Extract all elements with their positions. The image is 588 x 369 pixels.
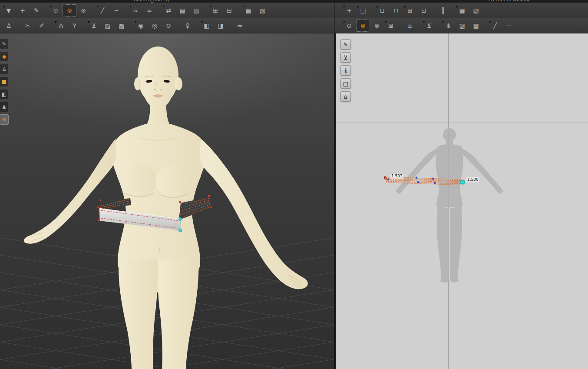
pin-rotate[interactable]: ⊛ <box>77 5 90 16</box>
view-mode-strip-2d: ✎⊻ℹ□⌂ <box>340 39 351 102</box>
world-grid[interactable]: ⊕ <box>0 115 8 124</box>
select-move[interactable]: + <box>16 5 29 16</box>
skeleton-2d[interactable]: ⋔ <box>442 20 455 31</box>
grid-2d[interactable]: ▦ <box>456 5 469 16</box>
fabric-cells[interactable]: ◆ <box>0 52 8 61</box>
pane-divider[interactable] <box>334 33 336 369</box>
grid-2d-alt[interactable]: ▧ <box>469 5 482 16</box>
edit-brush[interactable]: ✎ <box>30 5 43 16</box>
skeleton[interactable]: ⋔ <box>54 20 67 31</box>
dress-form[interactable]: ♀ <box>181 20 194 31</box>
edit-curvature-glyph: ~ <box>114 7 119 14</box>
folder[interactable]: ⊓ <box>390 5 403 16</box>
pin-box-2d-glyph: ⊠ <box>388 22 393 29</box>
pin-segment-2d[interactable]: ⊚ <box>357 20 370 31</box>
world-grid-glyph: ⊕ <box>2 116 6 123</box>
seam-dash[interactable]: ┄ <box>502 20 515 31</box>
fold-arrangement[interactable]: ⇄ <box>162 5 175 16</box>
render-style-glyph: ◧ <box>2 91 7 97</box>
skeleton-alt-glyph: Y <box>73 22 77 29</box>
pin-brush-glyph: ✐ <box>39 22 44 29</box>
history-brush[interactable]: ✎ <box>0 39 8 49</box>
transform-2d[interactable]: + <box>343 5 356 16</box>
grid-3d[interactable]: ▦ <box>242 5 255 16</box>
pin-rotate-2d-glyph: ⊛ <box>374 22 380 29</box>
button-lock[interactable]: ⊖ <box>162 20 175 31</box>
avatar-3d[interactable] <box>24 47 308 369</box>
bookmark[interactable]: ■ <box>0 77 8 86</box>
buttonhole[interactable]: ◎ <box>148 20 161 31</box>
grid-3d-alt[interactable]: ▧ <box>256 5 269 16</box>
segment-sewing[interactable]: ≈ <box>129 5 142 16</box>
pattern-outline-glyph: □ <box>343 80 348 87</box>
import-folder[interactable]: ⊔ <box>376 5 389 16</box>
tack-2d[interactable]: ⊻ <box>423 20 436 31</box>
grid-2d-glyph: ▦ <box>459 7 465 14</box>
toolbar-3d-row2: ♙✂✐⋔Y⊻▨▩◉◎⊖♀◧◨⇒ <box>0 18 334 33</box>
steam-iron[interactable]: ⌂ <box>403 20 416 31</box>
tack-2d-glyph: ⊻ <box>427 22 431 29</box>
pin-rotate-2d[interactable]: ⊛ <box>370 20 383 31</box>
fabric-b-glyph: ▩ <box>119 22 124 29</box>
avatar-tool[interactable]: ♙ <box>2 20 15 31</box>
viewport-3d[interactable]: ✎◆♙■◧♟⊕ <box>0 33 334 369</box>
fabric-a[interactable]: ▨ <box>101 20 114 31</box>
pin-segment-glyph: ⊚ <box>67 7 72 14</box>
fabric-b[interactable]: ▩ <box>115 20 128 31</box>
image-folder-glyph: ⊞ <box>407 7 413 14</box>
edit-2d[interactable]: □ <box>357 5 370 16</box>
edit-line[interactable]: ╱ <box>489 20 502 31</box>
wrap-a[interactable]: ▤ <box>176 5 189 16</box>
edit-curvature[interactable]: ~ <box>110 5 123 16</box>
pattern-info-glyph: ℹ <box>345 67 347 74</box>
stylus-pen[interactable]: ✎ <box>340 39 351 50</box>
pin[interactable]: ⊙ <box>49 5 62 16</box>
edit-seam[interactable]: ╱ <box>96 5 109 16</box>
2d-window-title: 2D Pattern Window <box>488 0 530 2</box>
pin-brush[interactable]: ✐ <box>35 20 48 31</box>
image-folder[interactable]: ⊞ <box>403 5 416 16</box>
fabric-2d-a[interactable]: ▨ <box>456 20 469 31</box>
pin-segment[interactable]: ⊚ <box>63 5 76 16</box>
layer-down[interactable]: ⊟ <box>223 5 236 16</box>
free-sewing[interactable]: ≃ <box>143 5 156 16</box>
pin-2d[interactable]: ⊙ <box>343 20 356 31</box>
flatten-left-glyph: ◧ <box>204 22 209 29</box>
edit-brush-glyph: ✎ <box>34 7 39 14</box>
pattern-info[interactable]: ℹ <box>340 65 351 76</box>
flatten-right[interactable]: ◨ <box>214 20 227 31</box>
home-view[interactable]: ⌂ <box>340 91 351 102</box>
avatar-show-glyph: ♙ <box>2 66 7 72</box>
flatten-left[interactable]: ◧ <box>200 20 213 31</box>
render-style[interactable]: ◧ <box>0 90 8 99</box>
viewport-2d[interactable]: 1.503 1.500 ✎⊻ℹ□⌂ <box>336 33 588 369</box>
flatten-right-glyph: ◨ <box>218 22 223 29</box>
avatar-show[interactable]: ♙ <box>0 64 8 74</box>
fabric-2d-b[interactable]: ▩ <box>469 20 482 31</box>
dress-form-glyph: ♀ <box>185 22 190 29</box>
edit-seam-glyph: ╱ <box>101 7 104 14</box>
grid-2d-alt-glyph: ▧ <box>473 7 479 14</box>
merge-arrow[interactable]: ⇒ <box>233 20 246 31</box>
show-garment-toggle[interactable]: ⊻ <box>340 52 351 63</box>
tack-garment[interactable]: ⊻ <box>87 20 100 31</box>
segment-sewing-glyph: ≈ <box>133 7 138 14</box>
layer-down-glyph: ⊟ <box>227 7 232 14</box>
project-title: Untitled_HblZPrj <box>134 0 169 2</box>
button[interactable]: ◉ <box>134 20 147 31</box>
fabric-rolls[interactable]: ║ <box>436 5 449 16</box>
pin-scissors[interactable]: ✂ <box>21 20 34 31</box>
pattern-outline[interactable]: □ <box>340 78 351 89</box>
import-folder-glyph: ⊔ <box>380 7 385 14</box>
check-folder[interactable]: ⊡ <box>417 5 430 16</box>
fabric-a-glyph: ▨ <box>105 22 110 29</box>
wrap-b[interactable]: ▥ <box>190 5 203 16</box>
seam-dash-glyph: ┄ <box>507 22 511 29</box>
simulate-menu[interactable]: ▼ <box>2 5 15 16</box>
layer-up[interactable]: ⊞ <box>209 5 222 16</box>
avatar-pose[interactable]: ♟ <box>0 102 8 112</box>
pin-box-2d[interactable]: ⊠ <box>384 20 397 31</box>
skeleton-alt[interactable]: Y <box>68 20 81 31</box>
check-folder-glyph: ⊡ <box>421 7 426 14</box>
avatar-tool-glyph: ♙ <box>6 22 12 29</box>
